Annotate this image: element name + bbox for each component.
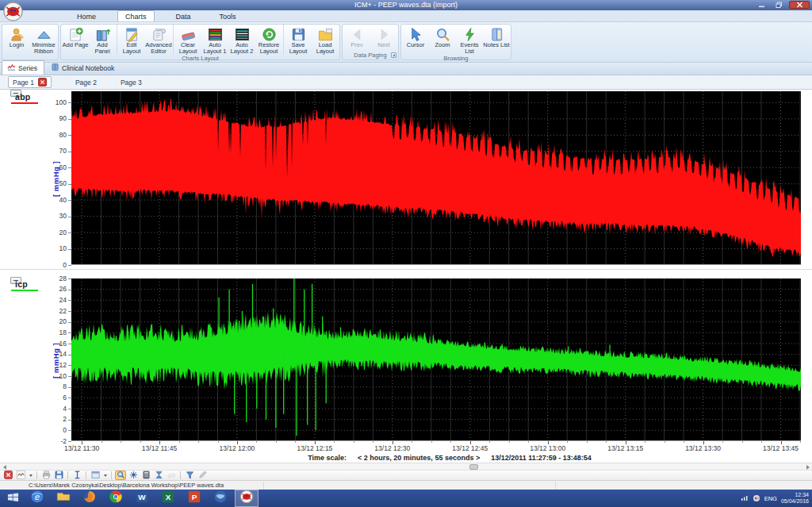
clear-layout-button[interactable]: Clear Layout	[174, 25, 201, 55]
clock-time: 12:34	[795, 492, 809, 498]
eraser-button[interactable]	[166, 471, 177, 480]
notes-list-button[interactable]: Notes List	[483, 25, 510, 55]
ribbon-group: LoginMinimise Ribbon	[2, 24, 59, 60]
minimize-button[interactable]	[754, 1, 769, 9]
abp-y-tick-label: 100	[44, 99, 67, 106]
calculator-button[interactable]	[140, 471, 151, 480]
next-button[interactable]: Next	[370, 25, 397, 52]
annotate-button[interactable]	[197, 471, 208, 480]
chrome-icon	[109, 490, 123, 507]
compress-button[interactable]	[153, 471, 164, 480]
page-tab-page-3[interactable]: Page 3	[121, 79, 142, 86]
load-layout-button[interactable]: Load Layout	[312, 25, 339, 55]
panel-options-button[interactable]	[90, 471, 101, 480]
text-marker-button[interactable]	[71, 471, 82, 480]
ribbon-tab-tools[interactable]: Tools	[213, 11, 243, 21]
panel-options-dropdown-icon[interactable]	[102, 471, 108, 480]
chart-type-button[interactable]	[15, 471, 26, 480]
restore-layout-icon	[262, 26, 277, 42]
save-button[interactable]	[53, 471, 64, 480]
restore-button[interactable]	[772, 1, 787, 9]
taskbar-powerpoint-button[interactable]: P	[182, 490, 206, 507]
cursor-icon	[408, 26, 423, 42]
login-button[interactable]: Login	[3, 25, 30, 55]
clock[interactable]: 12:3405/04/2016	[781, 492, 809, 505]
advanced-editor-button[interactable]: Advanced Editor	[145, 25, 172, 55]
app-logo-icon[interactable]	[2, 1, 24, 22]
icp-series-label[interactable]: icp	[15, 279, 28, 289]
prev-button[interactable]: Prev	[343, 25, 370, 52]
ribbon-cluster: LoginMinimise Ribbon	[2, 25, 58, 55]
ie-icon: e	[30, 490, 44, 507]
taskbar-chrome-button[interactable]	[104, 490, 128, 507]
abp-y-tick-label: 90	[44, 115, 67, 122]
ribbon-tab-charts[interactable]: Charts	[117, 10, 155, 21]
ribbon-tab-data[interactable]: Data	[169, 11, 198, 21]
taskbar-thunderbird-button[interactable]	[209, 490, 232, 507]
taskbar-firefox-button[interactable]	[78, 490, 102, 507]
icp-plot[interactable]	[71, 278, 801, 441]
print-button[interactable]	[40, 471, 52, 480]
chart-type-dropdown-icon[interactable]	[28, 471, 33, 480]
x-tick-mark	[761, 441, 762, 443]
ribbon-tab-home[interactable]: Home	[70, 11, 103, 21]
svg-text:P: P	[192, 493, 197, 501]
x-tick-mark	[626, 441, 626, 444]
events-list-button[interactable]: Events List	[456, 25, 483, 55]
add-panel-button[interactable]: Add Panel	[89, 25, 116, 55]
x-tick-mark	[684, 441, 684, 443]
series-icon	[7, 63, 16, 73]
icp-y-tick-label: 6	[44, 394, 67, 401]
icp-y-tick-label: 22	[44, 308, 67, 315]
auto-process-button[interactable]	[128, 471, 139, 480]
auto-layout-2-icon	[235, 26, 250, 42]
x-tick-mark	[393, 441, 393, 444]
taskbar-file-explorer-button[interactable]	[52, 490, 75, 507]
auto-layout-2-button[interactable]: Auto Layout 2	[228, 25, 255, 55]
ribbon-group-charts-layout: Add PageAdd PanelEdit LayoutAdvanced Edi…	[60, 24, 340, 60]
scrollbar-thumb[interactable]	[469, 464, 478, 470]
x-tick-mark	[450, 441, 451, 443]
taskbar-start-button[interactable]	[0, 490, 25, 507]
x-tick-mark	[179, 441, 180, 443]
volume-icon[interactable]	[753, 491, 760, 505]
language-indicator[interactable]: ENG	[764, 495, 777, 502]
abp-plot[interactable]	[71, 91, 801, 265]
view-tab-clinical-notebook[interactable]: Clinical Notebook	[46, 61, 121, 75]
powerpoint-icon: P	[187, 490, 201, 507]
save-layout-button[interactable]: Save Layout	[285, 25, 312, 55]
zoom-button[interactable]: Zoom	[429, 25, 456, 55]
abp-series-label[interactable]: abp	[15, 92, 31, 102]
x-tick-mark	[548, 441, 549, 444]
toolbar-separator	[86, 471, 86, 479]
file-path: C:\Users\Marek Czosnyka\Desktop\Barcelon…	[29, 482, 224, 489]
time-scale-value[interactable]: < 2 hours, 20 minutes, 55 seconds >	[358, 454, 480, 462]
zoom-tool-button[interactable]	[115, 471, 126, 480]
ribbon-button-label: Notes List	[483, 42, 509, 48]
taskbar-icm-plus-button[interactable]	[235, 490, 259, 507]
close-button[interactable]	[2, 471, 13, 480]
scroll-right-arrow-icon[interactable]	[804, 464, 811, 470]
excel-icon: X	[161, 490, 175, 507]
cursor-button[interactable]: Cursor	[402, 25, 429, 55]
word-icon: W	[135, 490, 149, 507]
x-tick-mark	[140, 441, 141, 443]
page-tab-page-1[interactable]: Page 1	[8, 76, 52, 88]
dialog-launcher-icon[interactable]	[391, 52, 396, 58]
filter-button[interactable]	[184, 471, 195, 480]
minimise-ribbon-button[interactable]: Minimise Ribbon	[30, 25, 57, 55]
close-page-icon[interactable]	[38, 78, 47, 86]
x-tick-mark	[587, 441, 588, 443]
taskbar-excel-button[interactable]: X	[156, 490, 180, 507]
network-icon[interactable]	[741, 491, 749, 505]
taskbar-word-button[interactable]: W	[130, 490, 154, 507]
taskbar-internet-explorer-button[interactable]: e	[25, 490, 49, 507]
edit-layout-button[interactable]: Edit Layout	[118, 25, 145, 55]
add-page-button[interactable]: Add Page	[62, 25, 89, 55]
view-tab-series[interactable]: Series	[2, 60, 44, 75]
close-icon[interactable]	[789, 1, 810, 9]
page-tab-page-2[interactable]: Page 2	[75, 79, 97, 86]
restore-layout-button[interactable]: Restore Layout	[255, 25, 282, 55]
auto-layout-1-button[interactable]: Auto Layout 1	[201, 25, 228, 55]
ribbon-group-browsing: CursorZoomEvents ListNotes ListBrowsing	[400, 24, 511, 60]
